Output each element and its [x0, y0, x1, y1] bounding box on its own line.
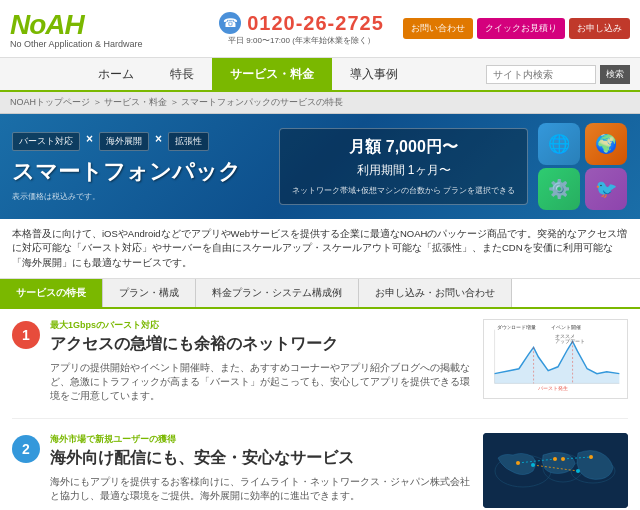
phone-area: ☎ 0120-26-2725 — [219, 12, 384, 35]
breadcrumb: NOAHトップページ ＞ サービス・料金 ＞ スマートフォンパックのサービスの特… — [0, 92, 640, 114]
svg-point-20 — [589, 455, 593, 459]
tab-pricing[interactable]: 料金プラン・システム構成例 — [196, 279, 359, 307]
svg-point-18 — [553, 457, 557, 461]
banner-title: スマートフォンパック — [12, 157, 269, 187]
banner-tag-burst: バースト対応 — [12, 132, 80, 151]
banner-note: 表示価格は税込みです。 — [12, 191, 269, 202]
banner-tags: バースト対応 × 海外展開 × 拡張性 — [12, 132, 269, 151]
burst-chart: ダウンロード増量 イベント開催 オススメ アップデート バースト発生 — [483, 319, 628, 399]
search-button[interactable]: 検索 — [600, 65, 630, 84]
inquiry-button[interactable]: お問い合わせ — [403, 18, 473, 39]
world-map — [483, 433, 628, 508]
banner-description: ネットワーク帯域+仮想マシンの台数から プランを選択できる — [292, 185, 515, 196]
logo-area: NoAH No Other Application & Hardware — [10, 9, 200, 49]
logo-subtitle: No Other Application & Hardware — [10, 39, 200, 49]
banner-icons: 🌐 🌍 ⚙️ 🐦 — [538, 123, 628, 210]
banner-icon-2: 🌍 — [585, 123, 627, 165]
banner-tag-overseas: 海外展開 — [99, 132, 149, 151]
banner-pricing: 月額 7,000円〜 利用期間 1ヶ月〜 ネットワーク帯域+仮想マシンの台数から… — [279, 128, 528, 205]
tab-plan[interactable]: プラン・構成 — [103, 279, 196, 307]
banner-icon-4: 🐦 — [585, 168, 627, 210]
nav-items: ホーム 特長 サービス・料金 導入事例 — [10, 58, 486, 91]
banner-left: バースト対応 × 海外展開 × 拡張性 スマートフォンパック 表示価格は税込みで… — [12, 132, 269, 202]
section-1-chart: ダウンロード増量 イベント開催 オススメ アップデート バースト発生 — [483, 319, 628, 404]
nav-cases[interactable]: 導入事例 — [332, 58, 416, 91]
nav-service-pricing[interactable]: サービス・料金 — [212, 58, 332, 91]
phone-icon: ☎ — [219, 12, 241, 34]
search-input[interactable] — [486, 65, 596, 84]
section-1-subtitle: 最大1Gbpsのバースト対応 — [50, 319, 473, 332]
section-2-text: 海外にもアプリを提供するお客様向けに、ライムライト・ネットワークス・ジャパン株式… — [50, 475, 473, 504]
banner-tag-scalability: 拡張性 — [168, 132, 209, 151]
banner-price: 月額 7,000円〜 — [292, 137, 515, 158]
section-2-body: 海外市場で新規ユーザーの獲得 海外向け配信にも、安全・安心なサービス 海外にもア… — [50, 433, 473, 511]
nav-home[interactable]: ホーム — [80, 58, 152, 91]
banner: バースト対応 × 海外展開 × 拡張性 スマートフォンパック 表示価格は税込みで… — [0, 114, 640, 219]
section-num-2: 2 — [12, 435, 40, 463]
svg-marker-2 — [495, 341, 620, 383]
header-center: ☎ 0120-26-2725 平日 9:00〜17:00 (年末年始休業を除く） — [200, 12, 403, 46]
banner-icon-1: 🌐 — [538, 123, 580, 165]
svg-text:バースト発生: バースト発生 — [537, 385, 568, 391]
header: NoAH No Other Application & Hardware ☎ 0… — [0, 0, 640, 58]
section-2-visual: L Limelight NETWORKS — [483, 433, 628, 511]
section-1-text: アプリの提供開始やイベント開催時、また、あすすめコーナーやアプリ紹介ブログへの掲… — [50, 361, 473, 404]
quick-quote-button[interactable]: クイックお見積り — [477, 18, 565, 39]
phone-number: 0120-26-2725 — [247, 12, 384, 35]
section-1-title: アクセスの急増にも余裕のネットワーク — [50, 334, 473, 355]
banner-period: 利用期間 1ヶ月〜 — [292, 162, 515, 179]
tab-features[interactable]: サービスの特長 — [0, 279, 103, 307]
phone-hours: 平日 9:00〜17:00 (年末年始休業を除く） — [228, 35, 375, 46]
section-1: 1 最大1Gbpsのバースト対応 アクセスの急増にも余裕のネットワーク アプリの… — [12, 319, 628, 419]
section-2-title: 海外向け配信にも、安全・安心なサービス — [50, 448, 473, 469]
description-area: 本格普及に向けて、iOSやAndroidなどでアプリやWebサービスを提供する企… — [0, 219, 640, 279]
apply-button[interactable]: お申し込み — [569, 18, 630, 39]
banner-icon-3: ⚙️ — [538, 168, 580, 210]
svg-text:イベント開催: イベント開催 — [551, 324, 581, 330]
search-area: 検索 — [486, 65, 630, 84]
section-1-body: 最大1Gbpsのバースト対応 アクセスの急増にも余裕のネットワーク アプリの提供… — [50, 319, 473, 404]
content-area: 1 最大1Gbpsのバースト対応 アクセスの急増にも余裕のネットワーク アプリの… — [0, 309, 640, 510]
svg-point-21 — [531, 463, 535, 467]
svg-text:オススメ: オススメ — [555, 333, 575, 338]
svg-text:ダウンロード増量: ダウンロード増量 — [497, 324, 537, 330]
svg-point-19 — [561, 457, 565, 461]
svg-point-22 — [576, 469, 580, 473]
tabs: サービスの特長 プラン・構成 料金プラン・システム構成例 お申し込み・お問い合わ… — [0, 279, 640, 309]
logo: NoAH — [10, 9, 200, 41]
section-2: 2 海外市場で新規ユーザーの獲得 海外向け配信にも、安全・安心なサービス 海外に… — [12, 433, 628, 511]
navigation: ホーム 特長 サービス・料金 導入事例 検索 — [0, 58, 640, 92]
section-num-1: 1 — [12, 321, 40, 349]
tab-apply[interactable]: お申し込み・お問い合わせ — [359, 279, 512, 307]
svg-text:アップデート: アップデート — [555, 338, 585, 344]
section-2-subtitle: 海外市場で新規ユーザーの獲得 — [50, 433, 473, 446]
header-buttons: お問い合わせ クイックお見積り お申し込み — [403, 18, 630, 39]
nav-features[interactable]: 特長 — [152, 58, 212, 91]
svg-point-17 — [516, 461, 520, 465]
